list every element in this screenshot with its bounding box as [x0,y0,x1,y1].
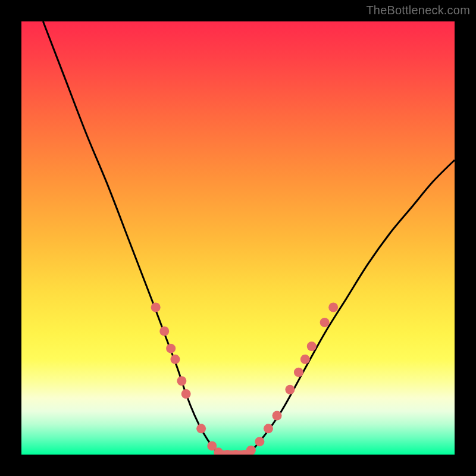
curve-marker [177,376,186,386]
curve-marker [151,302,161,312]
curve-marker [328,302,338,312]
attribution-label: TheBottleneck.com [366,4,470,17]
curve-marker [285,385,295,394]
bottleneck-curve [43,21,455,455]
curve-marker [300,355,310,364]
curve-marker [166,344,176,353]
curve-marker [307,342,317,351]
curve-marker [255,437,264,446]
curve-marker [181,389,191,399]
curve-marker [196,424,206,433]
curve-marker [294,368,303,377]
curve-marker [246,446,256,455]
chart-svg [21,21,455,455]
chart-plot-area [21,21,455,455]
curve-marker [320,318,330,327]
curve-marker [273,411,282,420]
markers-group [151,302,338,455]
curve-marker [264,424,273,433]
curve-marker [170,355,180,364]
curve-marker [159,327,169,336]
chart-frame: TheBottleneck.com [0,0,476,476]
